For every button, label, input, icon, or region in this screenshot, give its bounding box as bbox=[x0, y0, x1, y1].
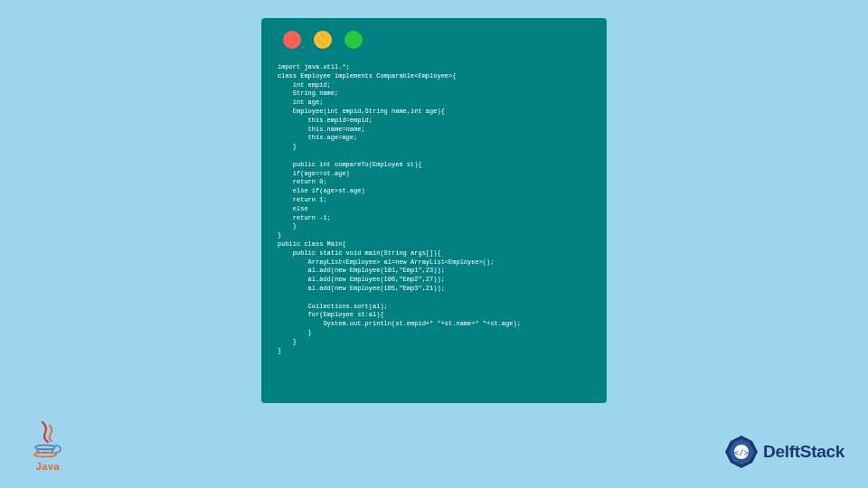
maximize-icon bbox=[344, 31, 363, 49]
java-logo: Java bbox=[27, 421, 69, 472]
close-icon bbox=[283, 31, 301, 49]
svg-text:</>: </> bbox=[734, 448, 750, 457]
minimize-icon bbox=[314, 31, 332, 49]
traffic-lights bbox=[283, 31, 590, 49]
delftstack-logo-text: DelftStack bbox=[763, 442, 844, 462]
code-block: import java.util.*; class Employee imple… bbox=[278, 63, 590, 355]
delftstack-logo: </> DelftStack bbox=[723, 434, 844, 470]
delftstack-badge-icon: </> bbox=[723, 434, 760, 470]
code-window: import java.util.*; class Employee imple… bbox=[261, 18, 607, 403]
java-cup-icon bbox=[33, 420, 63, 463]
svg-point-2 bbox=[34, 453, 56, 457]
java-logo-text: Java bbox=[36, 461, 60, 472]
